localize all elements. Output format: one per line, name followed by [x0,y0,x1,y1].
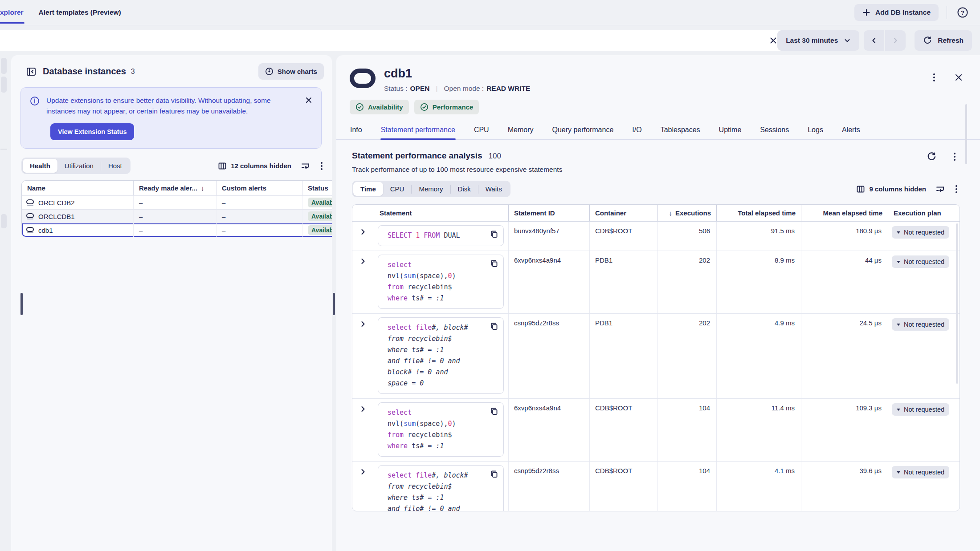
wrap-text-icon[interactable] [935,184,945,194]
column-header-execution-plan[interactable]: Execution plan [888,205,960,221]
add-db-instance-button[interactable]: Add DB Instance [854,4,939,21]
statement-columns-hidden-button[interactable]: 9 columns hidden [856,185,926,194]
time-forward-button[interactable] [885,30,906,51]
column-header-status[interactable]: Status [302,181,332,195]
badge-performance: Performance [414,100,479,114]
expand-row-button[interactable] [352,462,374,511]
expand-row-icon[interactable] [360,321,366,327]
panel-resize-handle-right[interactable] [333,293,335,315]
time-back-button[interactable] [864,30,884,51]
tab-logs[interactable]: Logs [807,121,824,139]
tab-statement-performance[interactable]: Statement performance [380,121,456,139]
tab-i-o[interactable]: I/O [632,121,642,139]
tab-uptime[interactable]: Uptime [719,121,742,139]
metric-tabs: TimeCPUMemoryDiskWaits [352,181,510,197]
columns-hidden-button[interactable]: 12 columns hidden [218,162,291,170]
tab-explorer[interactable]: xplorer [0,0,25,25]
expand-row-icon[interactable] [360,258,366,264]
sql-statement[interactable]: selectnvl(sum(space),0)from recyclebin$w… [378,255,504,309]
more-options-icon[interactable] [319,161,324,171]
segment-tab-cpu[interactable]: CPU [383,182,412,196]
db-instance-row-cdb1[interactable]: cdb1––Available [22,223,332,237]
segment-tab-health[interactable]: Health [23,159,57,173]
sql-statement[interactable]: selectnvl(sum(space),0)from recyclebin$w… [378,402,504,457]
execution-plan-dropdown[interactable]: Not requested [892,226,949,239]
execution-plan-dropdown[interactable]: Not requested [892,466,949,478]
panel-resize-handle-left[interactable] [20,293,23,315]
sql-statement[interactable]: select file#, block#from recyclebin$wher… [378,317,504,394]
analysis-count: 100 [489,152,501,161]
db-instance-row-orclcdb2[interactable]: ORCLCDB2––Available [22,195,332,209]
sql-statement[interactable]: SELECT 1 FROM DUAL [378,225,504,246]
time-range-select[interactable]: Last 30 minutes [777,30,859,51]
expand-row-button[interactable] [352,222,374,251]
column-header-custom-alerts[interactable]: Custom alerts [216,181,302,195]
segment-tab-time[interactable]: Time [353,182,383,196]
column-header-executions[interactable]: ↓Executions [657,205,716,221]
help-icon[interactable]: ? [955,5,970,20]
expand-row-icon[interactable] [360,469,366,475]
status-badge: Available [308,198,332,207]
search-input[interactable] [0,30,785,51]
segment-tab-utilization[interactable]: Utilization [57,159,101,173]
column-header-statement[interactable]: Statement [374,205,508,221]
column-header-total-elapsed-time[interactable]: Total elapsed time [716,205,801,221]
columns-icon [218,162,227,170]
segment-tab-memory[interactable]: Memory [412,182,450,196]
close-panel-icon[interactable] [954,73,963,82]
dropdown-triangle-icon [897,324,900,326]
segment-tab-waits[interactable]: Waits [478,182,509,196]
wrap-text-icon[interactable] [301,161,310,170]
tab-cpu[interactable]: CPU [474,121,490,139]
collapsed-rail-item[interactable] [1,58,7,74]
db-instance-row-orclcdb1[interactable]: ORCLCDB1––Available [22,209,332,223]
expand-row-icon[interactable] [360,229,366,235]
panel-more-options-icon[interactable] [932,72,936,83]
copy-icon[interactable] [490,230,499,239]
expand-row-button[interactable] [352,399,374,461]
expand-row-button[interactable] [352,251,374,313]
copy-icon[interactable] [490,259,499,268]
analysis-more-options-icon[interactable] [952,151,957,162]
view-extension-status-button[interactable]: View Extension Status [50,123,134,140]
copy-icon[interactable] [490,322,499,331]
expand-row-icon[interactable] [360,406,366,412]
statement-id-cell: 6xvp6nxs4a9n4 [508,399,589,461]
execution-plan-dropdown[interactable]: Not requested [892,403,949,416]
collapse-panel-icon[interactable] [26,66,37,77]
segment-tab-host[interactable]: Host [101,159,129,173]
instance-title: cdb1 [384,67,530,81]
copy-icon[interactable] [490,470,499,479]
container-cell: PDB1 [589,251,657,313]
refresh-button[interactable]: Refresh [915,30,972,51]
tab-memory[interactable]: Memory [507,121,534,139]
execution-plan-dropdown[interactable]: Not requested [892,255,949,268]
tab-alert-templates[interactable]: Alert templates (Preview) [39,8,121,16]
tab-query-performance[interactable]: Query performance [551,121,614,139]
column-header-mean-elapsed-time[interactable]: Mean elapsed time [801,205,888,221]
segment-tab-disk[interactable]: Disk [451,182,478,196]
column-header-statement-id[interactable]: Statement ID [508,205,589,221]
tab-sessions[interactable]: Sessions [760,121,789,139]
sql-statement[interactable]: select file#, block#from recyclebin$wher… [378,465,504,511]
column-header-container[interactable]: Container [589,205,657,221]
tab-tablespaces[interactable]: Tablespaces [660,121,701,139]
table-scrollbar[interactable] [956,223,958,384]
copy-icon[interactable] [490,407,499,416]
plus-icon [862,8,870,16]
column-header-ready-made-aler[interactable]: Ready made aler...↓ [133,181,216,195]
tab-info[interactable]: Info [350,121,363,139]
execution-plan-dropdown[interactable]: Not requested [892,318,949,331]
reload-analysis-icon[interactable] [927,152,936,162]
container-cell: CDB$ROOT [589,399,657,461]
show-charts-button[interactable]: Show charts [258,63,324,80]
total-elapsed-cell: 11.4 ms [716,399,801,461]
expand-row-button[interactable] [352,314,374,398]
collapsed-rail-item[interactable] [1,214,7,228]
collapsed-rail-item[interactable] [1,77,7,93]
tab-alerts[interactable]: Alerts [841,121,861,139]
alert-close-icon[interactable] [303,94,314,106]
column-header-name[interactable]: Name [22,181,133,195]
statement-table-options-icon[interactable] [954,184,959,194]
rail-divider [0,149,7,150]
